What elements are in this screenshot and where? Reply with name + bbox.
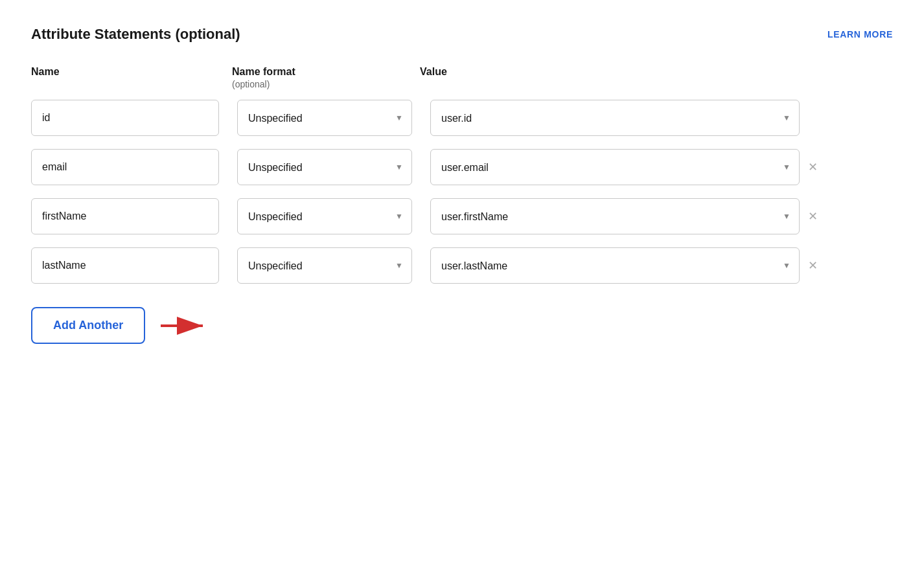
name-format-select[interactable]: UnspecifiedURI ReferenceBasicEmail Addre… [237, 149, 412, 185]
name-input[interactable] [31, 149, 219, 185]
value-dropdown-wrapper: user.iduser.emailuser.firstNameuser.last… [430, 149, 800, 185]
name-format-dropdown-wrapper: UnspecifiedURI ReferenceBasicEmail Addre… [237, 100, 412, 136]
name-input[interactable] [31, 247, 219, 284]
name-format-select[interactable]: UnspecifiedURI ReferenceBasicEmail Addre… [237, 247, 412, 284]
learn-more-link[interactable]: LEARN MORE [827, 29, 893, 40]
section-title: Attribute Statements (optional) [31, 26, 240, 43]
name-format-select[interactable]: UnspecifiedURI ReferenceBasicEmail Addre… [237, 100, 412, 136]
arrow-indicator [161, 317, 213, 335]
remove-row-button[interactable]: ✕ [803, 156, 822, 178]
name-format-select[interactable]: UnspecifiedURI ReferenceBasicEmail Addre… [237, 198, 412, 234]
name-format-dropdown-wrapper: UnspecifiedURI ReferenceBasicEmail Addre… [237, 149, 412, 185]
value-dropdown-wrapper: user.iduser.emailuser.firstNameuser.last… [430, 100, 800, 136]
value-dropdown-wrapper: user.iduser.emailuser.firstNameuser.last… [430, 247, 800, 284]
arrow-icon [161, 317, 213, 335]
attribute-row: UnspecifiedURI ReferenceBasicEmail Addre… [31, 198, 893, 234]
attribute-row: UnspecifiedURI ReferenceBasicEmail Addre… [31, 100, 893, 136]
attribute-row: UnspecifiedURI ReferenceBasicEmail Addre… [31, 247, 893, 284]
value-select[interactable]: user.iduser.emailuser.firstNameuser.last… [430, 247, 800, 284]
columns-header: Name Name format (optional) Value [31, 66, 893, 89]
add-another-button[interactable]: Add Another [31, 307, 145, 344]
attribute-row: UnspecifiedURI ReferenceBasicEmail Addre… [31, 149, 893, 185]
value-select[interactable]: user.iduser.emailuser.firstNameuser.last… [430, 149, 800, 185]
attribute-rows-container: UnspecifiedURI ReferenceBasicEmail Addre… [31, 100, 893, 284]
value-column-header: Value [420, 66, 796, 89]
name-format-column-header: Name format (optional) [232, 66, 420, 89]
name-input[interactable] [31, 198, 219, 234]
name-format-dropdown-wrapper: UnspecifiedURI ReferenceBasicEmail Addre… [237, 247, 412, 284]
page-header: Attribute Statements (optional) LEARN MO… [31, 26, 893, 43]
name-input[interactable] [31, 100, 219, 136]
remove-row-button[interactable]: ✕ [803, 255, 822, 277]
remove-row-button[interactable]: ✕ [803, 205, 822, 227]
value-select[interactable]: user.iduser.emailuser.firstNameuser.last… [430, 100, 800, 136]
add-another-section: Add Another [31, 307, 893, 344]
value-dropdown-wrapper: user.iduser.emailuser.firstNameuser.last… [430, 198, 800, 234]
name-column-header: Name [31, 66, 232, 89]
name-format-dropdown-wrapper: UnspecifiedURI ReferenceBasicEmail Addre… [237, 198, 412, 234]
value-select[interactable]: user.iduser.emailuser.firstNameuser.last… [430, 198, 800, 234]
